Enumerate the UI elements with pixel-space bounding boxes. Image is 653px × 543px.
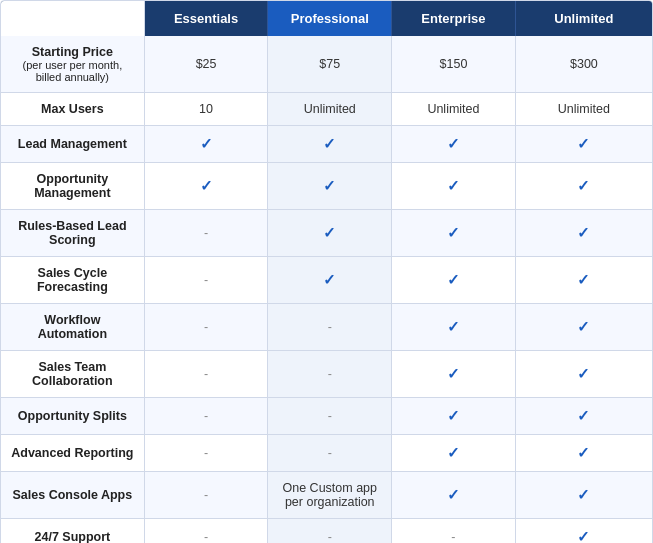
professional-value: - bbox=[268, 304, 392, 351]
table-row: Sales Console Apps-One Custom app per or… bbox=[1, 472, 652, 519]
professional-value: Unlimited bbox=[268, 93, 392, 126]
essentials-value: ✓ bbox=[144, 126, 268, 163]
unlimited-value: ✓ bbox=[515, 351, 652, 398]
essentials-value: - bbox=[144, 210, 268, 257]
header-feature bbox=[1, 1, 144, 36]
unlimited-value: ✓ bbox=[515, 304, 652, 351]
table-row: Max Users10UnlimitedUnlimitedUnlimited bbox=[1, 93, 652, 126]
essentials-value: 10 bbox=[144, 93, 268, 126]
table-row: 24/7 Support---✓ bbox=[1, 519, 652, 544]
table-row: Lead Management✓✓✓✓ bbox=[1, 126, 652, 163]
professional-value: $75 bbox=[268, 36, 392, 93]
feature-label: Sales Console Apps bbox=[1, 472, 144, 519]
header-unlimited: Unlimited bbox=[515, 1, 652, 36]
unlimited-value: ✓ bbox=[515, 126, 652, 163]
unlimited-value: ✓ bbox=[515, 163, 652, 210]
feature-label: Opportunity Splits bbox=[1, 398, 144, 435]
header-enterprise: Enterprise bbox=[392, 1, 516, 36]
table-row: Starting Price(per user per month, bille… bbox=[1, 36, 652, 93]
enterprise-value: - bbox=[392, 519, 516, 544]
enterprise-value: Unlimited bbox=[392, 93, 516, 126]
essentials-value: - bbox=[144, 472, 268, 519]
enterprise-value: ✓ bbox=[392, 210, 516, 257]
enterprise-value: ✓ bbox=[392, 257, 516, 304]
unlimited-value: ✓ bbox=[515, 472, 652, 519]
table-row: Rules-Based Lead Scoring-✓✓✓ bbox=[1, 210, 652, 257]
table-row: Sales Cycle Forecasting-✓✓✓ bbox=[1, 257, 652, 304]
feature-label: Workflow Automation bbox=[1, 304, 144, 351]
table-row: Advanced Reporting--✓✓ bbox=[1, 435, 652, 472]
essentials-value: - bbox=[144, 351, 268, 398]
enterprise-value: ✓ bbox=[392, 351, 516, 398]
enterprise-value: ✓ bbox=[392, 472, 516, 519]
professional-value: - bbox=[268, 435, 392, 472]
enterprise-value: ✓ bbox=[392, 126, 516, 163]
header-essentials: Essentials bbox=[144, 1, 268, 36]
feature-label: 24/7 Support bbox=[1, 519, 144, 544]
header-professional: Professional bbox=[268, 1, 392, 36]
unlimited-value: Unlimited bbox=[515, 93, 652, 126]
essentials-value: - bbox=[144, 435, 268, 472]
enterprise-value: ✓ bbox=[392, 435, 516, 472]
professional-value: ✓ bbox=[268, 257, 392, 304]
enterprise-value: ✓ bbox=[392, 398, 516, 435]
feature-label: Lead Management bbox=[1, 126, 144, 163]
professional-value: One Custom app per organization bbox=[268, 472, 392, 519]
professional-value: - bbox=[268, 398, 392, 435]
unlimited-value: ✓ bbox=[515, 435, 652, 472]
unlimited-value: ✓ bbox=[515, 257, 652, 304]
essentials-value: $25 bbox=[144, 36, 268, 93]
feature-label: Rules-Based Lead Scoring bbox=[1, 210, 144, 257]
feature-label: Sales Team Collaboration bbox=[1, 351, 144, 398]
feature-label: Advanced Reporting bbox=[1, 435, 144, 472]
feature-label: Sales Cycle Forecasting bbox=[1, 257, 144, 304]
unlimited-value: ✓ bbox=[515, 519, 652, 544]
table-row: Sales Team Collaboration--✓✓ bbox=[1, 351, 652, 398]
essentials-value: ✓ bbox=[144, 163, 268, 210]
professional-value: - bbox=[268, 519, 392, 544]
professional-value: ✓ bbox=[268, 210, 392, 257]
enterprise-value: $150 bbox=[392, 36, 516, 93]
table-row: Opportunity Management✓✓✓✓ bbox=[1, 163, 652, 210]
essentials-value: - bbox=[144, 257, 268, 304]
enterprise-value: ✓ bbox=[392, 304, 516, 351]
essentials-value: - bbox=[144, 304, 268, 351]
professional-value: ✓ bbox=[268, 126, 392, 163]
essentials-value: - bbox=[144, 519, 268, 544]
professional-value: - bbox=[268, 351, 392, 398]
professional-value: ✓ bbox=[268, 163, 392, 210]
feature-label: Opportunity Management bbox=[1, 163, 144, 210]
feature-label: Max Users bbox=[1, 93, 144, 126]
unlimited-value: $300 bbox=[515, 36, 652, 93]
unlimited-value: ✓ bbox=[515, 398, 652, 435]
unlimited-value: ✓ bbox=[515, 210, 652, 257]
essentials-value: - bbox=[144, 398, 268, 435]
enterprise-value: ✓ bbox=[392, 163, 516, 210]
feature-label: Starting Price(per user per month, bille… bbox=[1, 36, 144, 93]
table-row: Workflow Automation--✓✓ bbox=[1, 304, 652, 351]
pricing-table: Essentials Professional Enterprise Unlim… bbox=[0, 0, 653, 543]
table-row: Opportunity Splits--✓✓ bbox=[1, 398, 652, 435]
